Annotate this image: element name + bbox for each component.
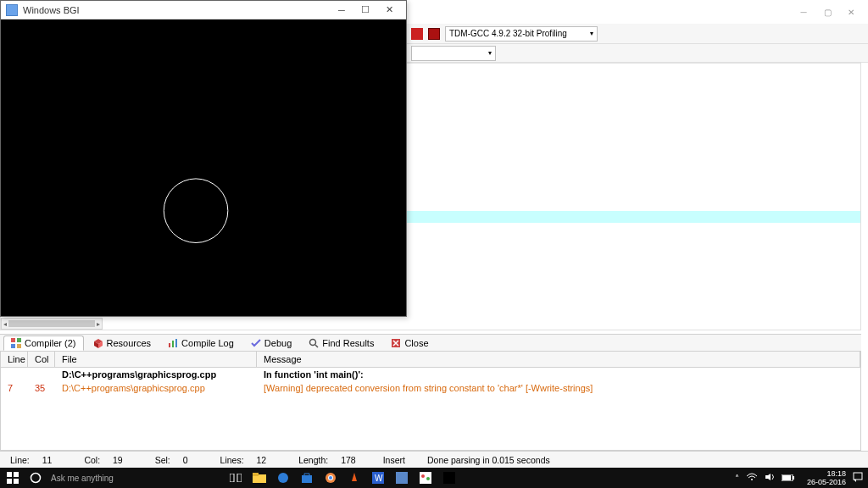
status-lines-label: Lines: bbox=[215, 455, 249, 465]
windows-taskbar: Ask me anything W ˄ 18:18 26-05-2016 bbox=[0, 468, 868, 488]
tab-debug[interactable]: Debug bbox=[243, 336, 299, 351]
col-header-msg[interactable]: Message bbox=[257, 352, 860, 367]
svg-rect-39 bbox=[782, 475, 791, 480]
output-row[interactable]: D:\C++programs\graphicsprog.cpp In funct… bbox=[1, 368, 860, 381]
tray-wifi-icon[interactable] bbox=[746, 473, 758, 483]
out-col: 35 bbox=[28, 381, 55, 395]
svg-rect-2 bbox=[11, 344, 15, 348]
svg-rect-16 bbox=[14, 479, 19, 484]
word-icon[interactable]: W bbox=[366, 468, 390, 488]
svg-point-26 bbox=[329, 476, 332, 480]
svg-rect-7 bbox=[169, 343, 170, 347]
status-lines-val: 12 bbox=[252, 455, 272, 465]
chrome-icon[interactable] bbox=[319, 468, 342, 488]
bgi-canvas bbox=[2, 20, 405, 315]
toolbar-icon-stop[interactable] bbox=[411, 28, 423, 40]
svg-rect-1 bbox=[17, 338, 21, 342]
compiler-dropdown-label: TDM-GCC 4.9.2 32-bit Profiling bbox=[449, 29, 567, 38]
devcpp-icon[interactable] bbox=[390, 468, 414, 488]
notification-icon[interactable] bbox=[853, 472, 863, 484]
ide-minimize[interactable]: ─ bbox=[793, 3, 814, 20]
start-button[interactable] bbox=[0, 468, 25, 488]
taskbar-clock[interactable]: 18:18 26-05-2016 bbox=[807, 469, 846, 486]
status-bar: Line: 11 Col: 19 Sel: 0 Lines: 12 Length… bbox=[0, 451, 868, 468]
svg-rect-14 bbox=[14, 472, 19, 477]
secondary-dropdown[interactable]: ▾ bbox=[411, 46, 496, 61]
svg-rect-0 bbox=[11, 338, 15, 342]
cortana-icon[interactable] bbox=[25, 472, 46, 484]
output-row[interactable]: 7 35 D:\C++programs\graphicsprog.cpp [Wa… bbox=[1, 381, 860, 395]
svg-rect-34 bbox=[443, 472, 455, 484]
bgi-circle bbox=[164, 179, 228, 243]
bgi-titlebar[interactable]: Windows BGI ─ ☐ ✕ bbox=[1, 1, 406, 19]
status-sel-val: 0 bbox=[178, 455, 193, 465]
tab-compile-log-label: Compile Log bbox=[181, 338, 234, 348]
chevron-down-icon: ▾ bbox=[488, 49, 492, 57]
tab-resources[interactable]: Resources bbox=[86, 336, 159, 351]
paint-icon[interactable] bbox=[414, 468, 437, 488]
task-view-icon[interactable] bbox=[224, 468, 248, 488]
out-file: D:\C++programs\graphicsprog.cpp bbox=[55, 368, 257, 381]
close-icon bbox=[391, 338, 401, 348]
explorer-icon[interactable] bbox=[248, 468, 271, 488]
tray-volume-icon[interactable] bbox=[765, 473, 775, 483]
tab-compiler[interactable]: Compiler (2) bbox=[3, 336, 84, 351]
horizontal-scrollbar[interactable]: ◂ ▸ bbox=[1, 318, 103, 330]
svg-rect-18 bbox=[230, 474, 234, 482]
scrollbar-thumb[interactable] bbox=[8, 320, 95, 327]
store-icon[interactable] bbox=[295, 468, 319, 488]
taskbar-apps: W bbox=[224, 468, 461, 488]
svg-rect-23 bbox=[302, 475, 312, 483]
clock-date: 26-05-2016 bbox=[807, 478, 846, 486]
chevron-down-icon: ▾ bbox=[590, 30, 593, 37]
compiler-output: Line Col File Message D:\C++programs\gra… bbox=[0, 351, 861, 451]
svg-rect-13 bbox=[7, 472, 12, 477]
col-header-file[interactable]: File bbox=[55, 352, 257, 367]
tray-chevron-icon[interactable]: ˄ bbox=[735, 474, 739, 483]
bgi-minimize[interactable]: ─ bbox=[330, 3, 353, 18]
svg-point-32 bbox=[421, 474, 425, 478]
status-col-label: Col: bbox=[79, 455, 105, 465]
scroll-left-icon[interactable]: ◂ bbox=[3, 320, 7, 328]
output-header: Line Col File Message bbox=[1, 352, 860, 368]
output-tabs: Compiler (2) Resources Compile Log Debug… bbox=[0, 334, 861, 352]
ide-maximize[interactable]: ▢ bbox=[817, 3, 837, 20]
svg-rect-8 bbox=[172, 341, 174, 347]
vlc-icon[interactable] bbox=[342, 468, 366, 488]
cube-icon bbox=[93, 338, 103, 348]
svg-rect-40 bbox=[854, 473, 862, 480]
svg-point-17 bbox=[31, 474, 41, 483]
status-length-label: Length: bbox=[293, 455, 333, 465]
tray-battery-icon[interactable] bbox=[782, 474, 795, 483]
out-col bbox=[28, 368, 55, 381]
svg-rect-15 bbox=[7, 479, 12, 484]
ide-close[interactable]: ✕ bbox=[841, 3, 861, 20]
col-header-col[interactable]: Col bbox=[28, 352, 55, 367]
bgi-taskbar-icon[interactable] bbox=[437, 468, 461, 488]
tab-resources-label: Resources bbox=[107, 338, 152, 348]
taskbar-search[interactable]: Ask me anything bbox=[46, 474, 198, 483]
toolbar-icon-stop2[interactable] bbox=[428, 28, 440, 40]
status-line-val: 11 bbox=[37, 455, 58, 465]
col-header-line[interactable]: Line bbox=[1, 352, 28, 367]
compiler-dropdown[interactable]: TDM-GCC 4.9.2 32-bit Profiling ▾ bbox=[445, 26, 598, 42]
scroll-right-icon[interactable]: ▸ bbox=[97, 320, 100, 328]
bars-icon bbox=[168, 338, 178, 348]
svg-rect-3 bbox=[17, 344, 21, 348]
tab-find-results[interactable]: Find Results bbox=[301, 336, 381, 351]
svg-point-10 bbox=[310, 340, 316, 346]
status-sel-label: Sel: bbox=[150, 455, 175, 465]
svg-rect-19 bbox=[237, 474, 242, 482]
out-line: 7 bbox=[1, 381, 28, 395]
tab-compiler-label: Compiler (2) bbox=[25, 338, 76, 348]
bgi-close[interactable]: ✕ bbox=[377, 3, 401, 18]
tab-compile-log[interactable]: Compile Log bbox=[160, 336, 242, 351]
tab-close-label: Close bbox=[404, 338, 428, 348]
tab-close[interactable]: Close bbox=[383, 336, 436, 351]
edge-icon[interactable] bbox=[271, 468, 295, 488]
tab-debug-label: Debug bbox=[264, 338, 292, 348]
bgi-window: Windows BGI ─ ☐ ✕ bbox=[0, 0, 407, 317]
bgi-maximize[interactable]: ☐ bbox=[353, 3, 377, 18]
grid-icon bbox=[11, 338, 21, 348]
svg-rect-31 bbox=[420, 472, 431, 484]
